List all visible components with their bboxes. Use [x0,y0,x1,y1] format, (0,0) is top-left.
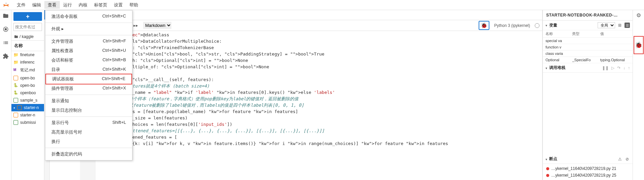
bug-icon[interactable]: 🐞 [635,41,642,49]
debug-panel: STARTER-NOTEBOOK-RANKED-… 变量 全局 ⊞ ☰ 名称 类… [542,10,633,180]
variable-row[interactable]: special va [543,38,633,44]
menu-item-外观[interactable]: 外观 ▸ [45,24,132,34]
menubar: 文件编辑查看运行内核标签页设置帮助 [0,0,644,10]
variables-label: 变量 [549,23,596,28]
nb-icon [13,76,18,80]
breadcrumb[interactable]: / kaggle [11,33,44,40]
menu-item-调试器面板[interactable]: 调试器面板Ctrl+Shift+E [45,74,132,84]
step-out-icon[interactable]: ↑ [628,66,630,70]
caret-down-icon [546,66,547,70]
kernel-status-icon[interactable] [535,23,539,28]
list-icon[interactable] [2,39,9,46]
file-item[interactable]: finetune [11,51,44,59]
menu-item-显示日志控制台[interactable]: 显示日志控制台 [45,106,132,115]
variables-table: 名称 类型 值 special vafunction vclass variaO… [543,30,633,63]
callstack-section-header[interactable]: 调用堆栈 ❚❚ ▷ ↷ ↓ ↑ [543,63,633,73]
py-icon: 🐍 [13,83,18,88]
menu-查看[interactable]: 查看 [44,1,60,9]
breakpoints-label: 断点 [549,156,615,162]
menu-item-目录[interactable]: 目录Ctrl+Shift+K [45,65,132,74]
fast-forward-icon[interactable]: ▸▸ [133,23,138,28]
menu-item-会话和标签[interactable]: 会话和标签Ctrl+Shift+B [45,56,132,65]
variable-row[interactable]: Optional_SpecialFotyping.Optional [543,57,633,63]
file-item[interactable]: 🐍openboo [11,89,44,97]
nbg-icon [13,98,18,103]
breakpoint-row[interactable]: …ykernel_11640\4209728219.py 21 [543,165,633,172]
variables-section-header[interactable]: 变量 全局 ⊞ ☰ [543,21,633,30]
tree-view-icon[interactable]: ⊞ [617,23,622,28]
breadcrumb-path: / kaggle [19,34,34,39]
folder-icon [13,52,18,57]
activity-bar [0,10,11,180]
debugger-tab-highlight: 🐞 [634,36,644,54]
kernel-name[interactable]: Python 3 (ipykernel) [494,23,530,28]
file-item[interactable]: submissi [11,119,44,126]
md-icon: M [13,68,18,73]
nbg-icon [13,120,18,125]
folder-icon [13,60,18,65]
file-browser: + / kaggle 名称 finetuneinferencM笔记.mdopen… [11,10,44,180]
file-filter-input[interactable] [13,23,42,31]
caret-down-icon [546,157,547,161]
scope-select[interactable]: 全局 [598,22,615,28]
menu-item-折叠选定的代码[interactable]: 折叠选定的代码 [45,149,132,159]
file-item[interactable]: 🐍open-bo [11,82,44,89]
stop-circle-icon[interactable] [2,26,9,33]
extensions-icon[interactable] [2,52,9,60]
property-inspector-icon[interactable]: ⚙ [636,12,641,19]
menu-item-属性检查器[interactable]: 属性检查器Ctrl+Shift+U [45,46,132,56]
breakpoint-list: …ykernel_11640\4209728219.py 21…ykernel_… [543,164,633,180]
continue-icon[interactable]: ▷ [611,66,614,70]
menu-item-显示行号[interactable]: 显示行号Shift+L [45,118,132,128]
clear-all-icon[interactable]: ⊘ [625,156,630,162]
step-in-icon[interactable]: ↓ [623,66,625,70]
file-list: finetuneinferencM笔记.mdopen-bo🐍open-bo🐍op… [11,51,44,180]
breakpoint-row[interactable]: …ykernel_11640\4209728219.py 25 [543,172,633,179]
right-sidebar: ⚙ 🐞 [633,10,644,180]
table-view-icon[interactable]: ☰ [625,23,630,28]
col-value[interactable]: 值 [598,30,633,38]
menu-item-显示通知[interactable]: 显示通知 [45,96,132,106]
menu-item-高亮显示括号对[interactable]: 高亮显示括号对 [45,128,132,137]
view-menu-dropdown: 激活命令面板Ctrl+Shift+C外观 ▸文件管理器Ctrl+Shift+F属… [45,10,132,160]
callstack-label: 调用堆栈 [549,65,600,71]
nb-icon [13,113,18,117]
menu-运行[interactable]: 运行 [60,1,75,9]
menu-item-激活命令面板[interactable]: 激活命令面板Ctrl+Shift+C [45,12,132,21]
menu-item-插件管理器[interactable]: 插件管理器Ctrl+Shift+X [45,84,132,93]
file-item[interactable]: open-bo [11,74,44,82]
debug-title: STARTER-NOTEBOOK-RANKED-… [543,10,633,21]
col-type[interactable]: 类型 [569,30,597,38]
menu-设置[interactable]: 设置 [111,1,126,9]
caret-down-icon [546,23,547,28]
nb-icon [17,105,22,110]
menu-item-换行[interactable]: 换行 [45,137,132,146]
breakpoints-section-header[interactable]: 断点 ⚠ ⊘ [543,154,633,164]
step-over-icon[interactable]: ↷ [617,66,620,70]
menu-item-文件管理器[interactable]: 文件管理器Ctrl+Shift+F [45,37,132,46]
debugger-toggle[interactable]: 🐞 [479,21,489,30]
jupyter-logo [2,1,10,9]
pause-on-exceptions-icon[interactable]: ⚠ [617,156,622,162]
svg-point-0 [6,3,7,4]
menu-文件[interactable]: 文件 [13,1,29,9]
py-icon: 🐍 [13,91,18,95]
folder-icon[interactable] [2,12,9,20]
col-name[interactable]: 名称 [543,30,569,38]
file-item[interactable]: ●starter-n [11,104,44,111]
variable-row[interactable]: function v [543,44,633,50]
cell-type-select[interactable]: Markdown [143,22,171,29]
menu-帮助[interactable]: 帮助 [126,1,142,9]
file-item[interactable]: inferenc [11,59,44,66]
menu-内核[interactable]: 内核 [75,1,91,9]
menu-编辑[interactable]: 编辑 [29,1,44,9]
svg-rect-2 [5,29,6,30]
file-item[interactable]: M笔记.md [11,66,44,74]
column-header-name[interactable]: 名称 [11,40,44,51]
variable-row[interactable]: class varia [543,50,633,57]
new-launcher-button[interactable]: + [13,12,42,21]
pause-icon[interactable]: ❚❚ [602,66,609,70]
file-item[interactable]: starter-n [11,111,44,119]
menu-标签页[interactable]: 标签页 [91,1,111,9]
file-item[interactable]: sample_s [11,97,44,104]
